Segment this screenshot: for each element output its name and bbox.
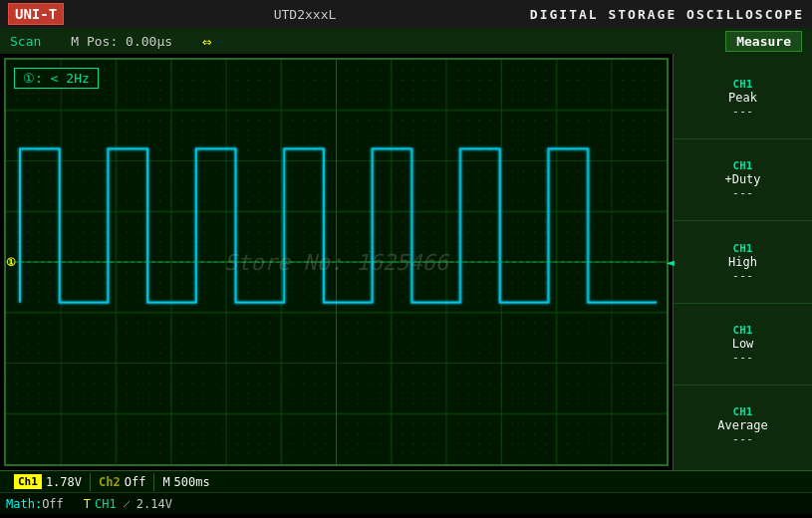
- model-name: UTD2xxxL: [80, 7, 530, 22]
- oscilloscope-screen: ①: < 2Hz Store No: 1625466 ① ◄: [4, 58, 669, 466]
- ch2-label: Ch2: [99, 475, 121, 489]
- timebase-value: 500ms: [174, 475, 210, 489]
- ch2-value: Off: [125, 475, 146, 489]
- measure-label[interactable]: Measure: [725, 31, 802, 52]
- measure-ch-0: CH1: [733, 78, 753, 91]
- timebase-m-label: M: [162, 475, 169, 489]
- trigger-channel: CH1: [95, 497, 117, 511]
- ch2-status: Ch2 Off: [91, 471, 153, 492]
- trigger-info: T CH1 ⟋ 2.14V: [84, 497, 172, 511]
- math-label: Math:: [6, 497, 42, 511]
- frequency-badge: ①: < 2Hz: [14, 68, 99, 89]
- measure-item-low[interactable]: CH1 Low ---: [674, 304, 812, 386]
- measure-value-4: ---: [732, 432, 754, 446]
- trigger-arrow-icon[interactable]: ⇔: [202, 32, 212, 51]
- measure-type-1: +Duty: [724, 172, 760, 186]
- measure-item-+duty[interactable]: CH1 +Duty ---: [674, 139, 812, 221]
- ch1-ground-indicator: ①: [6, 256, 16, 269]
- measure-value-0: ---: [732, 105, 754, 119]
- measure-item-high[interactable]: CH1 High ---: [674, 221, 812, 303]
- measure-type-2: High: [728, 255, 757, 269]
- ch1-status: Ch1 1.78V: [6, 471, 90, 492]
- measure-type-4: Average: [717, 418, 768, 432]
- main-area: ①: < 2Hz Store No: 1625466 ① ◄ CH1 Peak …: [0, 54, 812, 470]
- measure-ch-4: CH1: [733, 405, 753, 418]
- measure-type-3: Low: [732, 337, 754, 351]
- header: UNI-T UTD2xxxL DIGITAL STORAGE OSCILLOSC…: [0, 0, 812, 28]
- measure-type-0: Peak: [728, 91, 757, 105]
- measure-ch-2: CH1: [733, 242, 753, 255]
- ch1-label: Ch1: [14, 474, 42, 489]
- trigger-voltage: 2.14V: [136, 497, 172, 511]
- m-pos: M Pos: 0.00μs: [71, 34, 172, 49]
- measure-value-3: ---: [732, 351, 754, 365]
- measure-item-average[interactable]: CH1 Average ---: [674, 386, 812, 466]
- dso-title: DIGITAL STORAGE OSCILLOSCOPE: [530, 7, 804, 22]
- brand-logo: UNI-T: [8, 3, 64, 25]
- trigger-slope: ⟋: [121, 497, 133, 511]
- measure-item-peak[interactable]: CH1 Peak ---: [674, 58, 812, 139]
- scan-mode: Scan: [10, 34, 41, 49]
- trigger-t-label: T: [84, 497, 91, 511]
- measure-value-1: ---: [732, 186, 754, 200]
- measure-value-2: ---: [732, 269, 754, 283]
- toolbar: Scan M Pos: 0.00μs ⇔ Measure: [0, 28, 812, 54]
- timebase-status: M 500ms: [154, 471, 217, 492]
- math-value: Off: [42, 497, 64, 511]
- trigger-level-indicator: ◄: [667, 254, 675, 270]
- measure-ch-1: CH1: [733, 159, 753, 172]
- measure-ch-3: CH1: [733, 324, 753, 337]
- status-bar: Ch1 1.78V Ch2 Off M 500ms: [0, 470, 812, 492]
- measure-panel: CH1 Peak --- CH1 +Duty --- CH1 High --- …: [673, 54, 812, 470]
- status-bar-2: Math: Off T CH1 ⟋ 2.14V: [0, 492, 812, 514]
- waveform-canvas: [6, 60, 667, 464]
- ch1-voltage: 1.78V: [46, 475, 82, 489]
